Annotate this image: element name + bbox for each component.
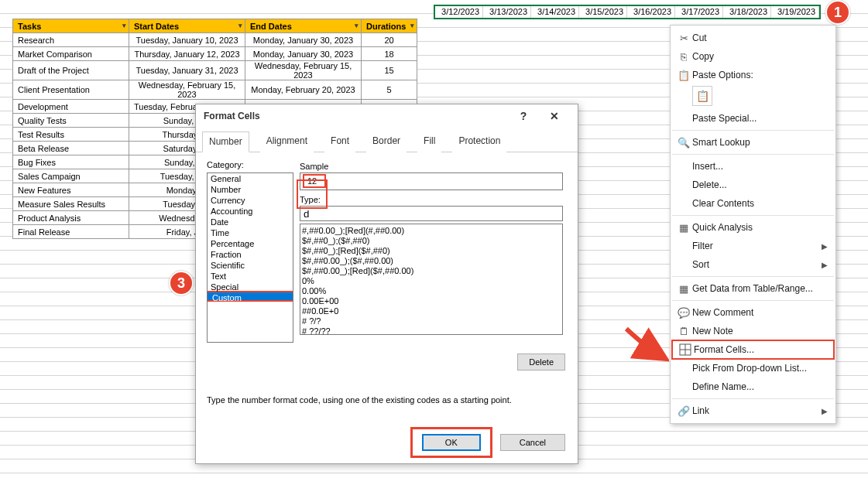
type-input[interactable] <box>300 206 563 221</box>
category-item[interactable]: Custom <box>207 291 293 302</box>
format-code-item[interactable]: $#,##0_);($#,##0) <box>302 236 561 246</box>
cell-start[interactable]: Thursday, January 12, 2023 <box>129 47 245 61</box>
table-row[interactable]: ResearchTuesday, January 10, 2023Monday,… <box>13 33 417 47</box>
category-item[interactable]: Time <box>208 227 293 238</box>
paste-default-button[interactable]: 📋 <box>692 86 712 106</box>
cell-task[interactable]: Test Results <box>13 128 129 142</box>
table-row[interactable]: Client PresentationWednesday, February 1… <box>13 80 417 100</box>
tab-fill[interactable]: Fill <box>417 131 441 152</box>
ok-button[interactable]: OK <box>422 434 481 451</box>
sample-label: Sample <box>300 162 567 171</box>
cell-task[interactable]: Product Analysis <box>13 211 129 225</box>
format-code-item[interactable]: $#,##0_);[Red]($#,##0) <box>302 246 561 256</box>
date-cell[interactable]: 3/19/2023 <box>771 6 819 18</box>
cell-task[interactable]: Client Presentation <box>13 80 129 100</box>
header-end-dates[interactable]: End Dates <box>245 19 362 33</box>
cell-task[interactable]: Measure Sales Results <box>13 197 129 211</box>
category-item[interactable]: General <box>208 173 293 184</box>
category-item[interactable]: Date <box>208 217 293 227</box>
cell-task[interactable]: Bug Fixes <box>13 155 129 169</box>
date-cell[interactable]: 3/13/2023 <box>483 6 531 18</box>
table-row[interactable]: Market ComparisonThursday, January 12, 2… <box>13 47 417 61</box>
format-code-item[interactable]: 0.00E+00 <box>302 296 561 306</box>
category-list[interactable]: GeneralNumberCurrencyAccountingDateTimeP… <box>207 172 293 343</box>
header-durations[interactable]: Durations <box>362 19 417 33</box>
category-item[interactable]: Scientific <box>208 260 293 271</box>
delete-button[interactable]: Delete <box>517 354 565 371</box>
menu-define-name[interactable]: Define Name... <box>671 377 835 396</box>
cell-task[interactable]: Quality Tests <box>13 114 129 128</box>
tab-number[interactable]: Number <box>202 131 249 152</box>
format-code-item[interactable]: # ??/?? <box>302 326 561 335</box>
cell-task[interactable]: Sales Campaign <box>13 169 129 183</box>
cell-end[interactable]: Monday, January 30, 2023 <box>245 33 362 47</box>
menu-cut[interactable]: ✂ Cut <box>671 29 835 47</box>
header-start-dates[interactable]: Start Dates <box>129 19 245 33</box>
tab-alignment[interactable]: Alignment <box>260 131 314 152</box>
format-code-item[interactable]: 0% <box>302 276 561 286</box>
category-item[interactable]: Percentage <box>208 238 293 249</box>
date-cell[interactable]: 3/15/2023 <box>579 6 627 18</box>
cell-duration[interactable]: 15 <box>362 61 417 80</box>
cell-task[interactable]: Market Comparison <box>13 47 129 61</box>
category-item[interactable]: Text <box>208 271 293 282</box>
format-code-item[interactable]: #,##0.00_);[Red](#,##0.00) <box>302 226 561 236</box>
cell-duration[interactable]: 20 <box>362 33 417 47</box>
format-code-item[interactable]: $#,##0.00_);($#,##0.00) <box>302 256 561 266</box>
menu-new-note[interactable]: 🗒 New Note <box>671 322 835 340</box>
chevron-right-icon: ▶ <box>822 407 828 415</box>
cell-task[interactable]: Draft of the Project <box>13 61 129 80</box>
menu-smart-lookup[interactable]: 🔍 Smart Lookup <box>671 133 835 152</box>
menu-format-cells[interactable]: Format Cells... <box>672 340 834 359</box>
table-row[interactable]: Draft of the ProjectTuesday, January 31,… <box>13 61 417 80</box>
menu-clear-contents[interactable]: Clear Contents <box>671 194 835 213</box>
cell-start[interactable]: Wednesday, February 15, 2023 <box>129 80 245 100</box>
tab-protection[interactable]: Protection <box>452 131 506 152</box>
format-codes-list[interactable]: #,##0.00_);[Red](#,##0.00)$#,##0_);($#,#… <box>300 224 563 335</box>
format-code-item[interactable]: ##0.0E+0 <box>302 306 561 316</box>
menu-delete[interactable]: Delete... <box>671 176 835 194</box>
cell-start[interactable]: Tuesday, January 10, 2023 <box>129 33 245 47</box>
date-cell[interactable]: 3/16/2023 <box>627 6 675 18</box>
cell-task[interactable]: Development <box>13 100 129 114</box>
date-cell[interactable]: 3/12/2023 <box>435 6 483 18</box>
format-code-item[interactable]: $#,##0.00_);[Red]($#,##0.00) <box>302 266 561 276</box>
tab-border[interactable]: Border <box>366 131 407 152</box>
menu-pick-from-list[interactable]: Pick From Drop-down List... <box>671 359 835 377</box>
cell-task[interactable]: Research <box>13 33 129 47</box>
cell-start[interactable]: Tuesday, January 31, 2023 <box>129 61 245 80</box>
format-code-item[interactable]: # ?/? <box>302 316 561 326</box>
menu-paste-special[interactable]: Paste Special... <box>671 109 835 128</box>
cell-duration[interactable]: 5 <box>362 80 417 100</box>
header-tasks[interactable]: Tasks <box>13 19 129 33</box>
date-header-selection[interactable]: 3/12/2023 3/13/2023 3/14/2023 3/15/2023 … <box>434 5 821 19</box>
menu-quick-analysis[interactable]: ▦ Quick Analysis <box>671 218 835 237</box>
date-cell[interactable]: 3/17/2023 <box>675 6 723 18</box>
close-button[interactable]: ✕ <box>539 110 570 122</box>
menu-filter[interactable]: Filter ▶ <box>671 237 835 255</box>
cell-duration[interactable]: 18 <box>362 47 417 61</box>
format-code-item[interactable]: 0.00% <box>302 286 561 296</box>
category-item[interactable]: Accounting <box>208 206 293 217</box>
date-cell[interactable]: 3/14/2023 <box>531 6 579 18</box>
menu-copy[interactable]: ⎘ Copy <box>671 47 835 66</box>
cancel-button[interactable]: Cancel <box>500 434 565 451</box>
dialog-titlebar[interactable]: Format Cells ? ✕ <box>196 104 578 128</box>
cell-end[interactable]: Monday, January 30, 2023 <box>245 47 362 61</box>
menu-new-comment[interactable]: 💬 New Comment <box>671 303 835 322</box>
cell-task[interactable]: Final Release <box>13 225 129 239</box>
date-cell[interactable]: 3/18/2023 <box>723 6 771 18</box>
category-item[interactable]: Number <box>208 184 293 195</box>
cell-end[interactable]: Monday, February 20, 2023 <box>245 80 362 100</box>
cell-end[interactable]: Wednesday, February 15, 2023 <box>245 61 362 80</box>
menu-sort[interactable]: Sort ▶ <box>671 255 835 274</box>
category-item[interactable]: Fraction <box>208 249 293 260</box>
cell-task[interactable]: New Features <box>13 183 129 197</box>
tab-font[interactable]: Font <box>324 131 355 152</box>
category-item[interactable]: Currency <box>208 195 293 206</box>
menu-insert[interactable]: Insert... <box>671 157 835 176</box>
menu-link[interactable]: 🔗 Link ▶ <box>671 401 835 420</box>
help-button[interactable]: ? <box>508 110 539 122</box>
cell-task[interactable]: Beta Release <box>13 142 129 155</box>
menu-get-data[interactable]: ▦ Get Data from Table/Range... <box>671 279 835 298</box>
